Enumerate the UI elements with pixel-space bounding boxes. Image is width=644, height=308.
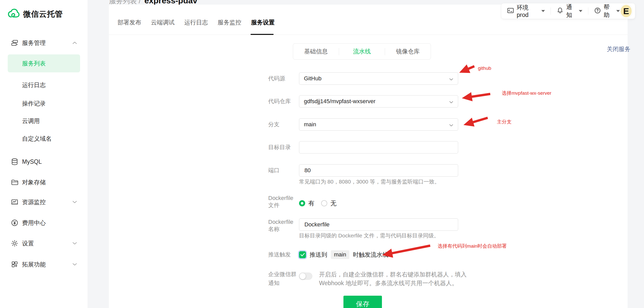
brand-logo[interactable]: 微信云托管 [8,8,63,20]
chevron-down-icon [449,122,454,129]
divider [551,7,551,15]
push-trigger-checkbox[interactable] [299,251,306,258]
cloud-logo-icon [8,8,20,20]
sidebar-item-service-management[interactable]: 服务管理 [0,36,88,50]
field-label: 分支 [268,118,299,131]
form-row-target-dir: 目标目录 [268,141,458,153]
sidebar-item-billing-center[interactable]: 费用中心 [0,216,88,230]
subtab-pipeline[interactable]: 流水线 [339,47,385,55]
sidebar-item-service-list[interactable]: 服务列表 [8,54,80,72]
subtab-image-repo[interactable]: 镜像仓库 [385,47,431,55]
caret-down-icon [616,10,620,12]
sidebar-item-resource-monitor[interactable]: 资源监控 [0,195,88,209]
extensions-icon [11,261,18,268]
port-hint: 常见端口为 80，8080，3000 等，需与服务监听端口一致。 [299,178,440,185]
radio-yes[interactable] [299,200,305,206]
radio-no[interactable] [321,200,327,206]
chevron-down-icon [449,76,454,83]
form-row-port: 端口 [268,164,458,177]
environment-icon [507,7,514,15]
user-avatar[interactable]: E [620,4,632,18]
field-label: 代码仓库 [268,95,299,108]
dockerfile-hint: 目标目录同级的 Dockerfile 文件，需与代码目标目录同级。 [299,232,439,239]
tab-service-settings[interactable]: 服务设置 [251,18,277,26]
tab-cloud-debug[interactable]: 云端调试 [151,18,177,26]
sidebar-item-extensions[interactable]: 拓展功能 [0,257,88,272]
form-row-dockerfile-name: Dockerfile 名称 [268,218,458,233]
port-input-wrap [299,164,458,177]
sidebar-item-run-logs[interactable]: 运行日志 [0,78,88,92]
sidebar-item-object-storage[interactable]: 对象存储 [0,175,88,189]
subtab-group: 基础信息 流水线 镜像仓库 [293,43,431,60]
field-label: 推送触发 [268,249,299,260]
sidebar-item-mysql[interactable]: MySQL [0,155,88,169]
chevron-down-icon [449,99,454,106]
sidebar-item-settings[interactable]: 设置 [0,236,88,251]
field-label: 端口 [268,164,299,177]
chevron-down-icon [72,263,77,266]
sidebar-item-cloud-call[interactable]: 云调用 [0,114,88,128]
field-label: 代码源 [268,72,299,85]
port-input[interactable] [304,167,453,174]
wecom-notify-setting: 开启后，自建企业微信群，群名右键添加群机器人，填入 Webhook 地址即可。多… [299,270,468,287]
topbar: 环境 prod 通知 帮助 E [501,3,635,19]
environment-selector[interactable]: 环境 prod [507,4,545,18]
chevron-down-icon [72,200,77,204]
sidebar: 微信云托管 服务管理 服务列表 运行日志 操作记录 云调用 自定义域名 MySQ… [0,0,88,308]
repo-select[interactable]: gdfsdjj145/mvpfast-wxserver [299,95,458,108]
billing-icon [11,219,18,227]
branch-select[interactable]: main [299,118,458,131]
target-dir-input[interactable] [304,144,453,151]
sidebar-item-operation-records[interactable]: 操作记录 [0,96,88,111]
form-row-wecom-notify: 企业微信群 通知 开启后，自建企业微信群，群名右键添加群机器人，填入 Webho… [268,270,468,287]
toggle-knob [300,273,306,279]
field-label: 企业微信群 通知 [268,270,299,287]
bell-icon [556,7,564,15]
tab-run-logs[interactable]: 运行日志 [184,18,210,26]
caret-down-icon [541,10,545,12]
dockerfile-radio-group: 有 无 [299,198,340,209]
active-tab-indicator [251,34,274,35]
annotation-auto-deploy: 选择有代码到main时会自动部署 [438,243,507,249]
subtab-basic-info[interactable]: 基础信息 [293,47,339,55]
target-dir-input-wrap [299,141,458,153]
dockerfile-name-input-wrap [299,218,458,231]
help-icon [594,7,601,15]
mysql-icon [11,158,18,166]
form-row-repo: 代码仓库 gdfsdjj145/mvpfast-wxserver [268,95,458,108]
annotation-select-repo: 选择mvpfast-wx-server [502,90,551,97]
monitor-icon [11,198,18,206]
annotation-github: github [478,65,491,71]
form-row-dockerfile-file: Dockerfile 文件 有 无 [268,195,340,209]
chevron-down-icon [72,242,77,245]
field-label: Dockerfile 名称 [268,218,299,233]
help-menu[interactable]: 帮助 [594,3,620,19]
wecom-notify-toggle[interactable] [299,273,312,280]
sidebar-item-custom-domain[interactable]: 自定义域名 [0,131,88,146]
field-label: 目标目录 [268,141,299,153]
services-icon [11,39,18,47]
notifications-menu[interactable]: 通知 [556,3,582,19]
divider [588,7,588,15]
form-row-code-source: 代码源 GitHub [268,72,458,85]
wecom-notify-description: 开启后，自建企业微信群，群名右键添加群机器人，填入 Webhook 地址即可。多… [319,270,468,287]
settings-icon [11,239,18,247]
close-service-link[interactable]: 关闭服务 [607,45,630,53]
push-trigger-setting: 推送到 main 时触发流水线 [299,249,388,260]
breadcrumb-current: express-pdav [144,0,197,5]
annotation-main-branch: 主分支 [497,119,512,125]
dockerfile-name-input[interactable] [304,221,453,228]
tab-deploy[interactable]: 部署发布 [118,18,143,26]
brand-name: 微信云托管 [23,9,63,20]
chevron-up-icon [72,41,77,45]
branch-tag: main [331,250,349,259]
tabs-divider [109,35,628,35]
wechat-cloudrun-console: { "colors": { "accent_green": "#07c160",… [0,0,644,308]
tab-monitor[interactable]: 服务监控 [218,18,243,26]
code-source-select[interactable]: GitHub [299,72,458,85]
save-button[interactable]: 保存 [343,296,382,308]
form-row-push-trigger: 推送触发 推送到 main 时触发流水线 [268,249,388,260]
breadcrumb-parent[interactable]: 服务列表 / [109,0,141,5]
caret-down-icon [579,10,582,12]
form-row-branch: 分支 main [268,118,458,131]
